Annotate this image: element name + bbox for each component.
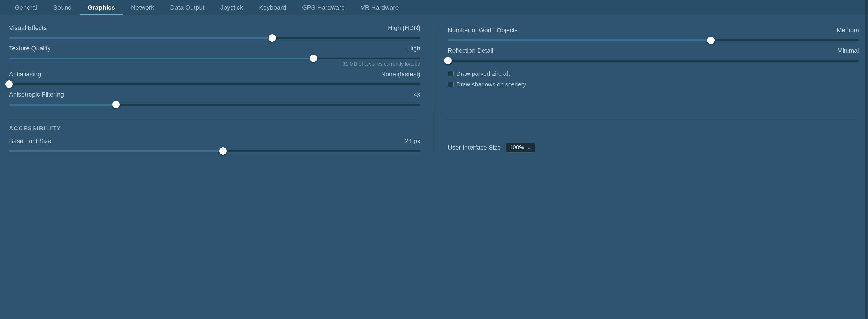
accessibility-section: ACCESSIBILITY Base Font Size 24 px xyxy=(0,111,868,167)
ui-size-dropdown-value: 100% xyxy=(510,144,524,151)
draw-shadows-label: Draw shadows on scenery xyxy=(457,81,526,88)
reflection-detail-value: Minimal xyxy=(837,47,859,55)
visual-effects-label: Visual Effects xyxy=(9,24,46,32)
base-font-size-label: Base Font Size xyxy=(9,137,51,145)
tab-joystick[interactable]: Joystick xyxy=(213,0,251,15)
draw-parked-label: Draw parked aircraft xyxy=(457,70,510,77)
tab-network[interactable]: Network xyxy=(123,0,162,15)
reflection-detail-slider[interactable] xyxy=(448,57,859,65)
accessibility-heading: ACCESSIBILITY xyxy=(9,125,421,132)
tab-keyboard[interactable]: Keyboard xyxy=(251,0,294,15)
base-font-size-slider[interactable] xyxy=(9,147,421,155)
world-objects-row: Number of World Objects Medium xyxy=(448,27,859,44)
tab-data-output[interactable]: Data Output xyxy=(162,0,213,15)
scrollbar[interactable] xyxy=(865,0,868,319)
tab-graphics[interactable]: Graphics xyxy=(80,0,123,15)
world-objects-slider[interactable] xyxy=(448,36,859,44)
tab-gps-hardware[interactable]: GPS Hardware xyxy=(294,0,353,15)
accessibility-right: User Interface Size 100% ⌄ xyxy=(434,111,859,153)
reflection-detail-label: Reflection Detail xyxy=(448,47,493,55)
draw-shadows-checkbox[interactable] xyxy=(448,81,454,87)
world-objects-value: Medium xyxy=(837,27,859,34)
anisotropic-slider[interactable] xyxy=(9,101,421,108)
antialiasing-row: Antialiasing None (fastest) xyxy=(9,71,421,88)
antialiasing-value: None (fastest) xyxy=(381,71,420,78)
texture-quality-row: Texture Quality High 31 MB of textures c… xyxy=(9,45,421,67)
accessibility-left: ACCESSIBILITY Base Font Size 24 px xyxy=(9,111,421,158)
tab-general[interactable]: General xyxy=(7,0,45,15)
reflection-detail-row: Reflection Detail Minimal xyxy=(448,47,859,65)
anisotropic-row: Anisotropic Filtering 4x xyxy=(9,91,421,108)
antialiasing-slider[interactable] xyxy=(9,80,421,88)
ui-size-label: User Interface Size xyxy=(448,144,501,151)
visual-effects-slider[interactable] xyxy=(9,34,421,42)
ui-size-dropdown[interactable]: 100% ⌄ xyxy=(505,142,535,153)
chevron-down-icon: ⌄ xyxy=(527,145,531,150)
left-panel: Visual Effects High (HDR) Texture Qualit… xyxy=(9,24,421,111)
ui-size-row: User Interface Size 100% ⌄ xyxy=(448,142,859,153)
world-objects-label: Number of World Objects xyxy=(448,27,518,34)
right-panel: Number of World Objects Medium Reflectio… xyxy=(434,24,859,111)
anisotropic-label: Anisotropic Filtering xyxy=(9,91,64,98)
base-font-size-value: 24 px xyxy=(405,137,421,145)
anisotropic-value: 4x xyxy=(413,91,420,98)
tab-vr-hardware[interactable]: VR Hardware xyxy=(352,0,406,15)
visual-effects-value: High (HDR) xyxy=(388,24,421,32)
tab-bar: GeneralSoundGraphicsNetworkData OutputJo… xyxy=(0,0,868,15)
draw-parked-row: Draw parked aircraft xyxy=(448,70,859,77)
texture-quality-slider[interactable] xyxy=(9,55,421,62)
texture-quality-label: Texture Quality xyxy=(9,45,51,52)
antialiasing-label: Antialiasing xyxy=(9,71,41,78)
draw-parked-checkbox[interactable] xyxy=(448,71,454,76)
settings-content: Visual Effects High (HDR) Texture Qualit… xyxy=(0,15,868,167)
draw-shadows-row: Draw shadows on scenery xyxy=(448,81,859,88)
tab-sound[interactable]: Sound xyxy=(45,0,80,15)
texture-quality-value: High xyxy=(407,45,420,52)
visual-effects-row: Visual Effects High (HDR) xyxy=(9,24,421,42)
base-font-size-row: Base Font Size 24 px xyxy=(9,137,421,155)
